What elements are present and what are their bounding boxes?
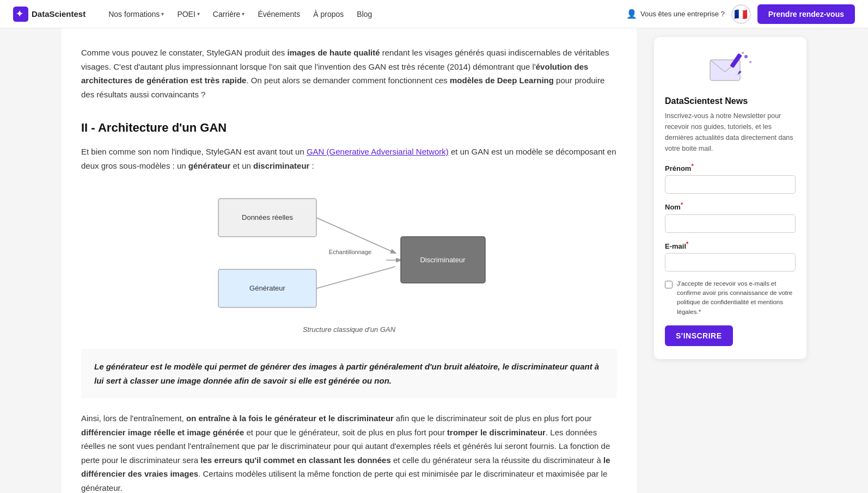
nav-link-carriere[interactable]: Carrière ▾ <box>207 7 250 22</box>
svg-text:Echantillonnage: Echantillonnage <box>329 249 371 255</box>
svg-point-15 <box>744 55 748 58</box>
nav-link-evenements[interactable]: Événements <box>252 7 305 22</box>
language-flag-button[interactable]: 🇫🇷 <box>731 4 751 24</box>
email-input[interactable] <box>665 253 796 272</box>
body-paragraph: Ainsi, lors de l'entraînement, on entraî… <box>81 411 617 493</box>
nav-link-blog[interactable]: Blog <box>351 7 377 22</box>
svg-line-7 <box>316 267 395 288</box>
gan-blockquote: Le générateur est le modèle qui permet d… <box>81 349 617 398</box>
nav-link-apropos[interactable]: À propos <box>308 7 349 22</box>
page-wrapper: Comme vous pouvez le constater, StyleGAN… <box>53 28 815 493</box>
nav-right: 👤 Vous êtes une entreprise ? 🇫🇷 Prendre … <box>626 4 855 24</box>
prenom-label: Prénom* <box>665 163 796 172</box>
newsletter-desc: Inscrivez-vous à notre Newsletter pour r… <box>665 110 796 154</box>
consent-checkbox[interactable] <box>665 281 673 288</box>
consent-row: J'accepte de recevoir vos e-mails et con… <box>665 279 796 317</box>
logo-icon: ✦ <box>13 7 28 22</box>
logo-text: DataScientest <box>32 9 85 19</box>
main-content: Comme vous pouvez le constater, StyleGAN… <box>62 28 637 493</box>
nav-link-formations[interactable]: Nos formations ▾ <box>103 7 169 22</box>
svg-text:Discriminateur: Discriminateur <box>420 256 466 264</box>
svg-text:Générateur: Générateur <box>249 284 285 292</box>
nom-input[interactable] <box>665 214 796 233</box>
svg-line-6 <box>316 218 395 253</box>
prenom-input[interactable] <box>665 175 796 194</box>
cta-button[interactable]: Prendre rendez-vous <box>757 4 855 24</box>
svg-point-17 <box>742 52 744 54</box>
svg-point-16 <box>749 61 751 63</box>
chevron-down-icon: ▾ <box>242 11 244 17</box>
gan-link[interactable]: GAN (Generative Adversiarial Network) <box>307 147 449 156</box>
gan-diagram-svg: Données réelles Générateur Echantillonna… <box>202 188 496 318</box>
section-intro: Et bien comme son nom l'indique, StyleGA… <box>81 145 617 172</box>
navbar: ✦ DataScientest Nos formations ▾ POEI ▾ … <box>0 0 868 28</box>
gan-diagram: Données réelles Générateur Echantillonna… <box>81 188 617 334</box>
newsletter-icon <box>706 50 755 88</box>
chevron-down-icon: ▾ <box>161 11 164 17</box>
chevron-down-icon: ▾ <box>197 11 200 17</box>
newsletter-title: DataScientest News <box>665 96 796 106</box>
diagram-caption: Structure classique d'un GAN <box>303 325 395 334</box>
sidebar: DataScientest News Inscrivez-vous à notr… <box>654 37 806 359</box>
email-label: E-mail* <box>665 241 796 250</box>
consent-label: J'accepte de recevoir vos e-mails et con… <box>677 279 796 317</box>
newsletter-icon-area <box>665 50 796 90</box>
section-title: II - Architecture d'un GAN <box>81 121 617 135</box>
nav-link-poei[interactable]: POEI ▾ <box>172 7 205 22</box>
svg-text:✦: ✦ <box>16 9 23 19</box>
subscribe-button[interactable]: S'INSCRIRE <box>665 325 733 346</box>
newsletter-box: DataScientest News Inscrivez-vous à notr… <box>654 37 806 359</box>
intro-paragraph: Comme vous pouvez le constater, StyleGAN… <box>81 46 617 101</box>
enterprise-link[interactable]: 👤 Vous êtes une entreprise ? <box>626 9 725 19</box>
logo[interactable]: ✦ DataScientest <box>13 7 85 22</box>
svg-text:Données réelles: Données réelles <box>242 213 293 221</box>
nav-links: Nos formations ▾ POEI ▾ Carrière ▾ Événe… <box>103 7 626 22</box>
diagram-svg-wrapper: Données réelles Générateur Echantillonna… <box>202 188 496 320</box>
nom-label: Nom* <box>665 201 796 211</box>
